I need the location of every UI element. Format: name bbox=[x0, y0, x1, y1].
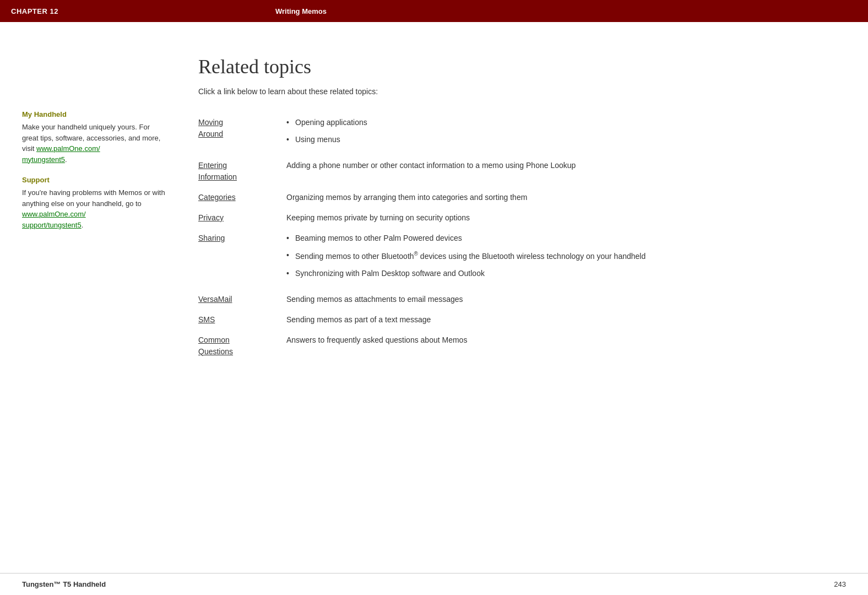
footer-page-number: 243 bbox=[834, 580, 846, 588]
sidebar-section2-title: Support bbox=[22, 176, 165, 184]
chapter-label: CHAPTER 12 bbox=[11, 7, 275, 15]
main-content: Related topics Click a link below to lea… bbox=[187, 55, 846, 362]
main-heading: Related topics bbox=[198, 55, 846, 78]
topic-link-entering-information[interactable]: EnteringInformation bbox=[198, 161, 237, 181]
intro-text: Click a link below to learn about these … bbox=[198, 87, 846, 96]
sidebar-section-myhandheld: My Handheld Make your handheld uniquely … bbox=[22, 110, 165, 165]
list-item: Sending memos to other Bluetooth® device… bbox=[286, 250, 837, 262]
table-row: SMS Sending memos as part of a text mess… bbox=[198, 310, 846, 330]
topic-desc-sms: Sending memos as part of a text message bbox=[286, 310, 846, 330]
sidebar-link-support[interactable]: www.palmOne.com/support/tungstent5 bbox=[22, 210, 86, 229]
topic-link-cell: Sharing bbox=[198, 228, 286, 289]
bullet-list-sharing: Beaming memos to other Palm Powered devi… bbox=[286, 232, 837, 279]
topic-desc-entering-information: Adding a phone number or other contact i… bbox=[286, 155, 846, 187]
table-row: MovingAround Opening applications Using … bbox=[198, 112, 846, 155]
sidebar-section1-title: My Handheld bbox=[22, 110, 165, 118]
topic-link-cell: CommonQuestions bbox=[198, 330, 286, 362]
footer-brand: Tungsten™ T5 Handheld bbox=[22, 580, 106, 588]
page-footer: Tungsten™ T5 Handheld 243 bbox=[0, 573, 868, 595]
bullet-list-moving-around: Opening applications Using menus bbox=[286, 117, 837, 145]
topic-link-cell: VersaMail bbox=[198, 289, 286, 310]
topic-desc-common-questions: Answers to frequently asked questions ab… bbox=[286, 330, 846, 362]
topic-link-cell: SMS bbox=[198, 310, 286, 330]
topic-link-cell: MovingAround bbox=[198, 112, 286, 155]
page-body: My Handheld Make your handheld uniquely … bbox=[0, 22, 868, 384]
topic-desc-sharing: Beaming memos to other Palm Powered devi… bbox=[286, 228, 846, 289]
list-item: Beaming memos to other Palm Powered devi… bbox=[286, 232, 837, 244]
table-row: EnteringInformation Adding a phone numbe… bbox=[198, 155, 846, 187]
list-item: Opening applications bbox=[286, 117, 837, 128]
topic-link-cell: EnteringInformation bbox=[198, 155, 286, 187]
sidebar-section-support: Support If you're having problems with M… bbox=[22, 176, 165, 230]
topic-link-versamail[interactable]: VersaMail bbox=[198, 295, 232, 304]
sidebar: My Handheld Make your handheld uniquely … bbox=[22, 55, 187, 362]
topic-link-categories[interactable]: Categories bbox=[198, 193, 236, 202]
topic-link-sharing[interactable]: Sharing bbox=[198, 234, 225, 242]
sidebar-section2-text: If you're having problems with Memos or … bbox=[22, 187, 165, 230]
topic-desc-privacy: Keeping memos private by turning on secu… bbox=[286, 208, 846, 228]
topics-table: MovingAround Opening applications Using … bbox=[198, 112, 846, 362]
topic-desc-categories: Organizing memos by arranging them into … bbox=[286, 187, 846, 208]
topic-link-moving-around[interactable]: MovingAround bbox=[198, 118, 223, 138]
table-row: Categories Organizing memos by arranging… bbox=[198, 187, 846, 208]
page-header: CHAPTER 12 Writing Memos bbox=[0, 0, 868, 22]
table-row: VersaMail Sending memos as attachments t… bbox=[198, 289, 846, 310]
page-title: Writing Memos bbox=[275, 7, 327, 15]
list-item: Using menus bbox=[286, 134, 837, 145]
topic-link-cell: Privacy bbox=[198, 208, 286, 228]
topic-desc-versamail: Sending memos as attachments to email me… bbox=[286, 289, 846, 310]
sidebar-section1-text: Make your handheld uniquely yours. For g… bbox=[22, 122, 165, 165]
topic-link-sms[interactable]: SMS bbox=[198, 315, 215, 324]
table-row: Privacy Keeping memos private by turning… bbox=[198, 208, 846, 228]
topic-link-cell: Categories bbox=[198, 187, 286, 208]
table-row: Sharing Beaming memos to other Palm Powe… bbox=[198, 228, 846, 289]
table-row: CommonQuestions Answers to frequently as… bbox=[198, 330, 846, 362]
topic-link-privacy[interactable]: Privacy bbox=[198, 213, 224, 222]
list-item: Synchronizing with Palm Desktop software… bbox=[286, 268, 837, 279]
topic-desc-moving-around: Opening applications Using menus bbox=[286, 112, 846, 155]
topic-link-common-questions[interactable]: CommonQuestions bbox=[198, 336, 233, 356]
